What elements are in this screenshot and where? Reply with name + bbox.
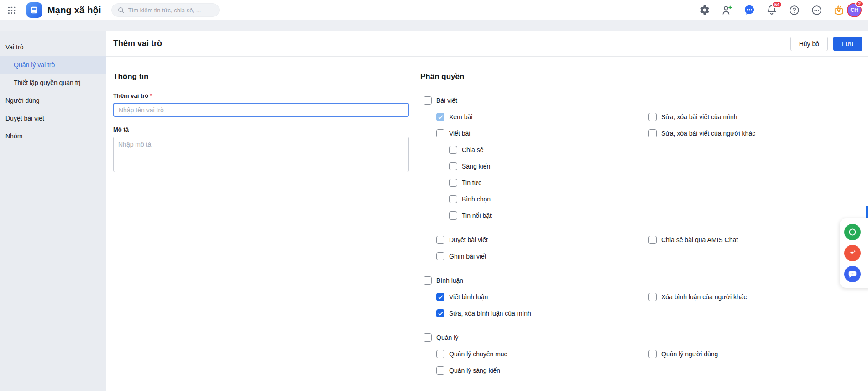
permission-item: Bài viết (420, 96, 648, 105)
collapsed-panel-handle[interactable] (866, 206, 868, 218)
more-icon[interactable] (810, 4, 823, 16)
permission-checkbox[interactable] (436, 366, 444, 375)
sidebar-item[interactable]: Vai trò (0, 38, 106, 56)
permission-item: Chia sẻ (420, 146, 648, 154)
sidebar: Vai tròQuản lý vai tròThiết lập quyền qu… (0, 31, 106, 391)
permission-checkbox[interactable] (436, 293, 444, 301)
add-user-icon[interactable] (721, 4, 733, 16)
permission-item: Sáng kiến (420, 162, 648, 170)
permission-checkbox[interactable] (436, 236, 444, 244)
chat-bubble-icon[interactable] (844, 266, 861, 282)
ai-sparkle-icon[interactable] (844, 245, 861, 261)
permission-item: Quản lý (420, 333, 648, 342)
notifications-icon[interactable]: 54 (765, 4, 778, 16)
sidebar-item[interactable]: Nhóm (0, 127, 106, 145)
permission-checkbox[interactable] (436, 129, 444, 137)
permission-item: Bình luận (420, 276, 648, 285)
permission-row: Xem bàiSửa, xóa bài viết của mình (420, 109, 868, 125)
permission-label: Bài viết (436, 97, 457, 104)
permission-checkbox[interactable] (648, 129, 657, 137)
permission-label: Chia sẻ (462, 146, 483, 153)
permission-label: Bình chọn (462, 196, 491, 203)
permission-checkbox[interactable] (648, 293, 657, 301)
permission-label: Xem bài (449, 113, 472, 121)
description-textarea[interactable] (113, 137, 409, 172)
permission-label: Tin tức (462, 179, 481, 186)
permission-checkbox[interactable] (436, 113, 444, 121)
permission-label: Quản lý (436, 334, 458, 341)
search-input[interactable] (128, 7, 214, 14)
permission-label: Duyệt bài viết (449, 236, 488, 243)
permission-row: Quản lý (420, 329, 868, 346)
page-title: Thêm vai trò (113, 39, 790, 48)
search-icon (117, 6, 125, 14)
sidebar-item[interactable]: Thiết lập quyền quản trị (0, 74, 106, 91)
permission-item: Quản lý chuyên mục (420, 350, 648, 358)
help-icon[interactable] (788, 4, 800, 16)
search-box[interactable] (111, 3, 220, 17)
permission-checkbox[interactable] (648, 236, 657, 244)
permission-item: Xem bài (420, 113, 648, 121)
permissions-section-title: Phân quyền (420, 72, 868, 81)
sidebar-item[interactable]: Duyệt bài viết (0, 109, 106, 127)
permissions-section: Phân quyền Bài viếtXem bàiSửa, xóa bài v… (420, 72, 868, 379)
permission-checkbox[interactable] (449, 162, 457, 170)
app-title: Mạng xã hội (47, 5, 101, 16)
permission-label: Ghim bài viết (449, 253, 486, 260)
user-avatar[interactable]: CH 2 (847, 3, 862, 17)
messenger-icon[interactable] (743, 4, 756, 16)
permission-item: Tin tức (420, 179, 648, 187)
permission-checkbox[interactable] (449, 179, 457, 187)
settings-icon[interactable] (698, 4, 711, 16)
permission-item: Sửa, xóa bài viết của mình (648, 113, 868, 121)
permission-checkbox[interactable] (436, 252, 444, 260)
top-bar: Mạng xã hội 54 CH 2 (0, 0, 868, 20)
app-launcher-grid-icon[interactable] (5, 4, 17, 16)
info-section: Thông tin Thêm vai trò* Mô tả (113, 72, 409, 379)
permission-item: Sửa, xóa bình luận của mình (420, 309, 648, 317)
permission-checkbox[interactable] (648, 113, 657, 121)
permission-checkbox[interactable] (449, 195, 457, 203)
role-name-input[interactable] (113, 103, 409, 117)
cancel-button[interactable]: Hủy bỏ (790, 37, 828, 51)
permission-item: Quản lý sáng kiến (420, 366, 648, 375)
permission-item: Viết bình luận (420, 293, 648, 301)
sidebar-item[interactable]: Người dùng (0, 91, 106, 109)
content-header: Thêm vai trò Hủy bỏ Lưu (106, 31, 868, 57)
permission-row: Sáng kiến (420, 158, 868, 174)
permission-checkbox[interactable] (449, 211, 457, 220)
permission-row: Bài viết (420, 92, 868, 109)
permission-checkbox[interactable] (436, 309, 444, 317)
permission-row: Tin nổi bật (420, 207, 868, 224)
suggestion-box-icon[interactable] (832, 4, 845, 16)
permission-row: Bình chọn (420, 191, 868, 207)
permission-row: Bình luận (420, 272, 868, 289)
support-chat-icon[interactable] (844, 224, 861, 240)
save-button[interactable]: Lưu (833, 37, 862, 51)
permission-row: Ghim bài viết (420, 248, 868, 264)
permission-item: Chia sẻ bài qua AMIS Chat (648, 236, 868, 244)
permission-row: Viết bàiSửa, xóa bài viết của người khác (420, 125, 868, 142)
permission-checkbox[interactable] (424, 276, 432, 285)
permission-label: Sáng kiến (462, 163, 490, 170)
permission-checkbox[interactable] (436, 350, 444, 358)
sidebar-item[interactable]: Quản lý vai trò (0, 56, 106, 74)
permission-row: Sửa, xóa bình luận của mình (420, 305, 868, 322)
app-logo-icon[interactable] (26, 2, 42, 18)
permission-label: Viết bài (449, 130, 470, 137)
permission-checkbox[interactable] (424, 96, 432, 105)
permission-label: Quản lý chuyên mục (449, 350, 507, 358)
permission-label: Viết bình luận (449, 293, 488, 301)
permission-item: Quản lý người dùng (648, 350, 868, 358)
permission-item: Ghim bài viết (420, 252, 648, 260)
permission-checkbox[interactable] (449, 146, 457, 154)
info-section-title: Thông tin (113, 72, 409, 81)
permission-item: Tin nổi bật (420, 211, 648, 220)
permission-label: Chia sẻ bài qua AMIS Chat (661, 236, 738, 243)
permission-row: Tin tức (420, 174, 868, 191)
permission-checkbox[interactable] (648, 350, 657, 358)
permission-row: Viết bình luậnXóa bình luận của người kh… (420, 289, 868, 305)
permission-checkbox[interactable] (424, 333, 432, 342)
permission-label: Quản lý người dùng (661, 350, 718, 358)
permission-label: Sửa, xóa bài viết của người khác (661, 130, 755, 137)
